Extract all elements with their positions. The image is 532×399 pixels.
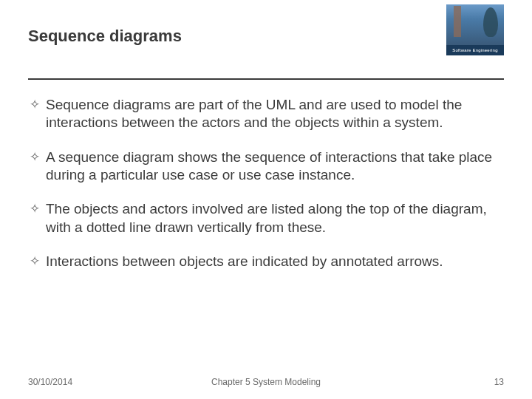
logo-gherkin-shape (483, 7, 498, 37)
logo-title-bar: Software Engineering (446, 45, 504, 55)
slide-content: ✧ Sequence diagrams are part of the UML … (28, 96, 504, 270)
header-divider (28, 78, 504, 80)
slide-footer: 30/10/2014 Chapter 5 System Modeling 13 (28, 377, 504, 387)
slide: Sequence diagrams Software Engineering ✧… (0, 0, 532, 399)
bullet-item: ✧ Sequence diagrams are part of the UML … (30, 96, 502, 132)
logo-subtext (446, 55, 504, 56)
diamond-bullet-icon: ✧ (30, 149, 46, 166)
diamond-bullet-icon: ✧ (30, 253, 46, 270)
logo-tower-shape (454, 6, 461, 37)
book-cover-logo: Software Engineering (446, 4, 504, 56)
slide-title: Sequence diagrams (28, 21, 182, 46)
bullet-item: ✧ Interactions between objects are indic… (30, 253, 502, 270)
bullet-text: A sequence diagram shows the sequence of… (46, 149, 502, 185)
slide-header: Sequence diagrams Software Engineering (28, 21, 504, 46)
footer-date: 30/10/2014 (28, 377, 72, 387)
bullet-text: The objects and actors involved are list… (46, 200, 502, 236)
logo-image (446, 4, 504, 45)
bullet-text: Sequence diagrams are part of the UML an… (46, 96, 502, 132)
footer-chapter: Chapter 5 System Modeling (211, 377, 321, 387)
bullet-text: Interactions between objects are indicat… (46, 253, 502, 270)
diamond-bullet-icon: ✧ (30, 96, 46, 113)
bullet-item: ✧ The objects and actors involved are li… (30, 200, 502, 236)
bullet-item: ✧ A sequence diagram shows the sequence … (30, 149, 502, 185)
diamond-bullet-icon: ✧ (30, 200, 46, 217)
footer-page-number: 13 (494, 377, 504, 387)
